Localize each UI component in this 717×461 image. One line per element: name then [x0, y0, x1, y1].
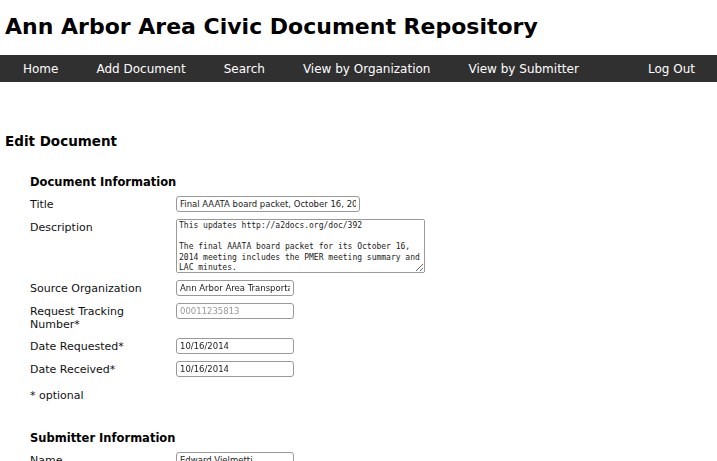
request-tracking-number-label: Request Tracking Number* [30, 303, 176, 331]
title-label: Title [30, 196, 176, 211]
source-organization-label: Source Organization [30, 280, 176, 295]
date-requested-input[interactable] [176, 338, 294, 354]
request-tracking-number-input[interactable] [176, 303, 294, 319]
title-field-row: Title [30, 196, 717, 212]
date-received-field-row: Date Received* [30, 361, 717, 377]
optional-note: * optional [30, 389, 717, 402]
edit-document-form: Document Information Title Description T… [30, 175, 717, 461]
date-received-input[interactable] [176, 361, 294, 377]
document-information-heading: Document Information [30, 175, 717, 189]
nav-item-search[interactable]: Search [224, 62, 265, 76]
request-tracking-number-field-row: Request Tracking Number* [30, 303, 717, 331]
nav-item-view-by-submitter[interactable]: View by Submitter [468, 62, 578, 76]
description-field-row: Description This updates http://a2docs.o… [30, 219, 717, 273]
main-navbar: Home Add Document Search View by Organiz… [0, 55, 717, 82]
source-organization-field-row: Source Organization [30, 280, 717, 296]
name-field-row: Name [30, 452, 717, 461]
source-organization-input[interactable] [176, 280, 294, 296]
nav-item-home[interactable]: Home [23, 62, 58, 76]
submitter-information-heading: Submitter Information [30, 431, 717, 445]
nav-item-add-document[interactable]: Add Document [96, 62, 185, 76]
site-title: Ann Arbor Area Civic Document Repository [5, 14, 717, 39]
date-requested-field-row: Date Requested* [30, 338, 717, 354]
name-label: Name [30, 452, 176, 461]
name-input[interactable] [176, 452, 294, 461]
date-requested-label: Date Requested* [30, 338, 176, 353]
page-title: Edit Document [5, 133, 717, 149]
nav-item-log-out[interactable]: Log Out [648, 62, 695, 76]
description-label: Description [30, 219, 176, 234]
description-textarea[interactable]: This updates http://a2docs.org/doc/392 T… [176, 219, 425, 273]
nav-item-view-by-organization[interactable]: View by Organization [303, 62, 431, 76]
date-received-label: Date Received* [30, 361, 176, 376]
title-input[interactable] [176, 196, 360, 212]
